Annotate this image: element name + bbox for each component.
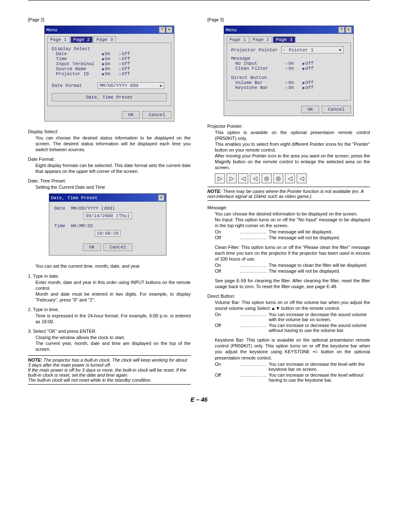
pointer-icon: ◎ [262,173,272,183]
date-format-title: Date Format: [28,157,191,162]
body-text: The message will not be displayed. [267,269,370,274]
ok-button[interactable]: OK [83,243,101,251]
on-label: On [215,263,240,268]
dt-time-format: HH:MM:SS [71,223,93,228]
body-text: You can choose the desired information t… [215,211,370,217]
note-text: The projector has a built-in clock. The … [28,357,187,367]
radio-off[interactable]: Off [302,61,314,66]
pointer-icon-strip: ▷▷◁◁◎◎◁◁ [215,173,370,183]
direct-button-title: Direct Button: [207,294,370,299]
date-format-label: Date Format [52,83,98,88]
step3-h: 3. Select "OK" and press ENTER. [28,329,191,334]
radio-on[interactable]: On [285,66,294,71]
help-icon[interactable]: ? [338,27,345,33]
chevron-right-icon: ▶ [160,84,162,88]
note-box: NOTE: The projector has a built-in clock… [28,355,191,385]
time-input[interactable]: 19:09:28 [95,230,121,237]
tab-page1[interactable]: Page 1 [227,36,249,43]
body-text: Month and date must be entered in two di… [35,291,191,303]
display-row-label: Time [52,56,102,61]
date-time-preset-title: Date, Time Preset: [28,178,191,183]
radio-on[interactable]: On [285,85,294,90]
menu-dialog-page3: Menu ? ✕ Page 1 Page 2 Page 3 Projector … [224,25,354,116]
radio-off[interactable]: Off [119,71,130,76]
cancel-button[interactable]: Cancel [103,243,133,251]
radio-off[interactable]: Off [119,51,130,56]
radio-off[interactable]: Off [302,80,314,85]
row-label: Volume Bar [231,80,285,85]
body-text: You can increase or decrease the sound v… [267,312,370,322]
body-text: After moving your Pointer icon to the ar… [215,153,370,170]
note-box: NOTE: There may be cases where the Point… [207,187,370,201]
body-text: Enter month, date and year in this order… [35,279,191,291]
body-text: The current year, month, date and time a… [35,340,191,352]
body-text: This enables you to select from eight di… [215,141,370,153]
radio-on[interactable]: On [102,51,111,56]
chevron-right-icon: ▶ [340,48,342,52]
body-text: No Input: This option turns on or off th… [215,217,370,228]
date-format-value: MM/DD/YYYY ddd [100,83,138,88]
pointer-icon: ◁ [238,173,248,183]
note-text: There may be cases where the Pointer fun… [207,189,364,199]
display-row-label: Source Name [52,66,102,71]
tab-page3[interactable]: Page 3 [93,36,116,43]
menu-dialog-page2: Menu ? ✕ Page 1 Page 2 Page 3 Display Se… [44,25,174,122]
radio-on[interactable]: On [102,61,111,66]
tab-page1[interactable]: Page 1 [47,36,70,43]
pointer-icon: ◁ [250,173,260,183]
cancel-button[interactable]: Cancel [142,111,171,119]
close-icon[interactable]: ✕ [345,27,352,33]
close-icon[interactable]: ✕ [158,195,164,201]
display-row-label: Projector ID [52,71,102,76]
projector-pointer-title: Projector Pointer: [207,124,370,129]
step1-h: 1. Type in date. [28,274,191,279]
off-label: Off [215,235,240,240]
pointer-select[interactable]: ☞ Pointer 1 ▶ [281,46,344,53]
on-label: On [215,312,240,322]
dialog-title: Date, Time Preset [51,195,98,200]
dt-date-label: Date [54,206,71,211]
body-text: The message to clean the filter will be … [267,263,370,268]
tab-page2[interactable]: Page 2 [71,36,93,43]
ok-button[interactable]: OK [122,111,140,119]
close-icon[interactable]: ✕ [166,27,172,33]
date-input[interactable]: 09/14/2000 (Thu) [83,213,132,219]
radio-off[interactable]: Off [119,66,130,71]
note-text: If the main power is off for 3 days or m… [28,367,186,377]
page2-heading: [Page 2] [28,17,191,22]
step2-h: 2. Type in time. [28,307,191,312]
radio-off[interactable]: Off [119,56,130,61]
direct-button-label: Direct Button [231,75,346,80]
tab-page2[interactable]: Page 2 [250,36,272,43]
help-icon[interactable]: ? [159,27,165,33]
radio-on[interactable]: On [102,71,111,76]
tab-page3[interactable]: Page 3 [273,36,295,43]
body-text: This option is avaiable on the optional … [215,129,370,141]
row-label: No Input [231,61,285,66]
radio-off[interactable]: Off [302,85,314,90]
page-number: E – 46 [0,396,398,403]
body-text: You can increase or decrease the level w… [267,372,370,383]
pointer-icon: ▷ [227,173,237,183]
radio-off[interactable]: Off [119,61,130,66]
cancel-button[interactable]: Cancel [322,106,351,113]
ok-button[interactable]: OK [301,106,319,113]
radio-on[interactable]: On [102,56,111,61]
body-text: Eight display formats can be selected. T… [35,162,191,174]
date-time-preset-button[interactable]: Date, Time Preset [52,93,167,101]
body-text: Time is expressed in the 24-hour format.… [35,313,191,324]
dialog-title: Menu [226,28,237,33]
pointer-icon: ▷ [215,173,225,183]
dt-date-format: MM/DD/YYYY (ddd) [71,206,115,211]
radio-on[interactable]: On [102,66,111,71]
dialog-title: Menu [46,28,57,33]
pointer-value: Pointer 1 [289,48,313,53]
page3-heading: [Page 3] [207,17,370,22]
date-format-select[interactable]: MM/DD/YYYY ddd ▶ [98,82,164,89]
row-label: Clean Filter [231,66,285,71]
pointer-icon: ◁ [285,173,295,183]
radio-on[interactable]: On [285,80,294,85]
on-label: On [215,229,240,234]
radio-off[interactable]: Off [302,66,314,71]
radio-on[interactable]: On [285,61,294,66]
